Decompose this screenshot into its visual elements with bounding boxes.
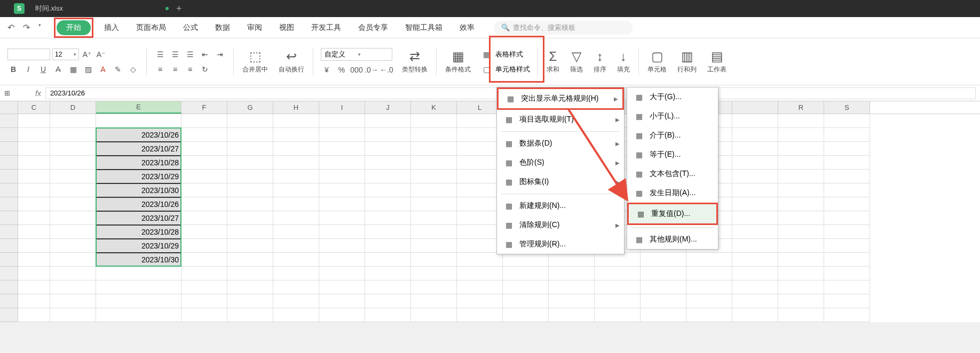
cell[interactable] <box>778 280 824 294</box>
cell[interactable] <box>181 183 227 197</box>
cell[interactable] <box>549 280 595 294</box>
cell[interactable] <box>319 170 365 183</box>
cell[interactable] <box>18 294 50 308</box>
cell[interactable] <box>686 253 732 267</box>
cell[interactable] <box>181 267 227 280</box>
cell[interactable] <box>824 114 870 128</box>
cell[interactable] <box>319 308 365 322</box>
cell[interactable] <box>411 128 457 142</box>
cell[interactable] <box>365 211 411 225</box>
align-bottom-icon[interactable]: ☰ <box>184 49 196 60</box>
row-header[interactable] <box>0 183 18 197</box>
menu-item[interactable]: ▦数据条(D)▶ <box>497 134 624 153</box>
cell[interactable] <box>273 239 319 253</box>
cell[interactable] <box>411 253 457 267</box>
menu-item[interactable]: ▦图标集(I)▶ <box>497 172 624 191</box>
underline-icon[interactable]: U <box>37 63 49 75</box>
cell[interactable] <box>227 253 273 267</box>
cell[interactable] <box>549 267 595 280</box>
cell[interactable] <box>732 170 778 183</box>
cell[interactable] <box>18 280 50 294</box>
cell[interactable] <box>273 294 319 308</box>
cell[interactable] <box>50 183 96 197</box>
cell[interactable] <box>411 170 457 183</box>
cell[interactable] <box>732 183 778 197</box>
col-header[interactable]: E <box>96 101 181 114</box>
type-convert-button[interactable]: ⇄ 类型转换 <box>398 47 432 76</box>
cell[interactable] <box>181 253 227 267</box>
cell[interactable] <box>319 225 365 239</box>
cell[interactable] <box>732 239 778 253</box>
cell[interactable] <box>778 170 824 183</box>
cell[interactable] <box>411 197 457 211</box>
row-header[interactable] <box>0 211 18 225</box>
align-middle-icon[interactable]: ☰ <box>169 49 181 60</box>
cell[interactable] <box>778 253 824 267</box>
cell[interactable] <box>50 267 96 280</box>
cell[interactable] <box>181 197 227 211</box>
cell[interactable] <box>319 239 365 253</box>
cell[interactable] <box>411 183 457 197</box>
cell[interactable] <box>824 170 870 183</box>
tab-smart-toolbox[interactable]: 智能工具箱 <box>397 20 451 36</box>
cell[interactable] <box>50 114 96 128</box>
cell[interactable] <box>595 294 641 308</box>
cell[interactable] <box>824 267 870 280</box>
cell[interactable] <box>778 114 824 128</box>
cell[interactable] <box>686 294 732 308</box>
cell[interactable] <box>732 114 778 128</box>
italic-icon[interactable]: I <box>22 63 34 75</box>
cell[interactable] <box>227 211 273 225</box>
cell[interactable] <box>96 267 181 280</box>
cell[interactable] <box>227 170 273 183</box>
cell[interactable] <box>411 239 457 253</box>
col-header[interactable]: I <box>319 101 365 114</box>
cell[interactable] <box>181 114 227 128</box>
sort-button[interactable]: ↕排序 <box>589 47 611 76</box>
cell[interactable] <box>227 308 273 322</box>
indent-increase-icon[interactable]: ⇥ <box>214 49 226 60</box>
tab-efficiency[interactable]: 效率 <box>451 20 483 36</box>
cell[interactable] <box>503 280 549 294</box>
menu-item[interactable]: ▦色阶(S)▶ <box>497 153 624 172</box>
cell[interactable] <box>181 294 227 308</box>
cell[interactable]: 2023/10/29 <box>96 239 181 253</box>
cell-button[interactable]: ▢单元格 <box>643 47 671 76</box>
fill-color-icon[interactable]: ▨ <box>82 63 94 75</box>
bold-icon[interactable]: B <box>7 63 19 75</box>
col-header[interactable]: K <box>411 101 457 114</box>
cell[interactable] <box>50 253 96 267</box>
cell[interactable] <box>778 142 824 156</box>
row-header[interactable] <box>0 197 18 211</box>
cell[interactable] <box>319 280 365 294</box>
cell[interactable] <box>365 128 411 142</box>
cell[interactable] <box>411 114 457 128</box>
cell[interactable] <box>457 308 503 322</box>
cell[interactable] <box>503 294 549 308</box>
cell[interactable] <box>778 197 824 211</box>
percent-icon[interactable]: % <box>336 64 347 76</box>
cell[interactable] <box>411 225 457 239</box>
cell[interactable] <box>732 253 778 267</box>
cell[interactable] <box>319 253 365 267</box>
cell[interactable]: 2023/10/30 <box>96 183 181 197</box>
tab-member[interactable]: 会员专享 <box>350 20 397 36</box>
cell[interactable] <box>227 142 273 156</box>
cell[interactable] <box>732 225 778 239</box>
cell[interactable] <box>686 280 732 294</box>
cell[interactable] <box>732 156 778 170</box>
tab-review[interactable]: 审阅 <box>239 20 271 36</box>
font-size-input[interactable]: 12▾ <box>52 49 79 60</box>
cell[interactable] <box>273 253 319 267</box>
cell[interactable] <box>641 294 686 308</box>
worksheet-button[interactable]: ▤工作表 <box>703 47 731 76</box>
cell[interactable] <box>273 280 319 294</box>
cell[interactable] <box>365 280 411 294</box>
cell[interactable] <box>18 211 50 225</box>
menu-item[interactable]: ▦小于(L)... <box>627 107 718 126</box>
cell[interactable] <box>181 142 227 156</box>
cell[interactable]: 2023/10/28 <box>96 225 181 239</box>
cell[interactable] <box>227 239 273 253</box>
cell[interactable] <box>365 267 411 280</box>
cell[interactable] <box>778 239 824 253</box>
